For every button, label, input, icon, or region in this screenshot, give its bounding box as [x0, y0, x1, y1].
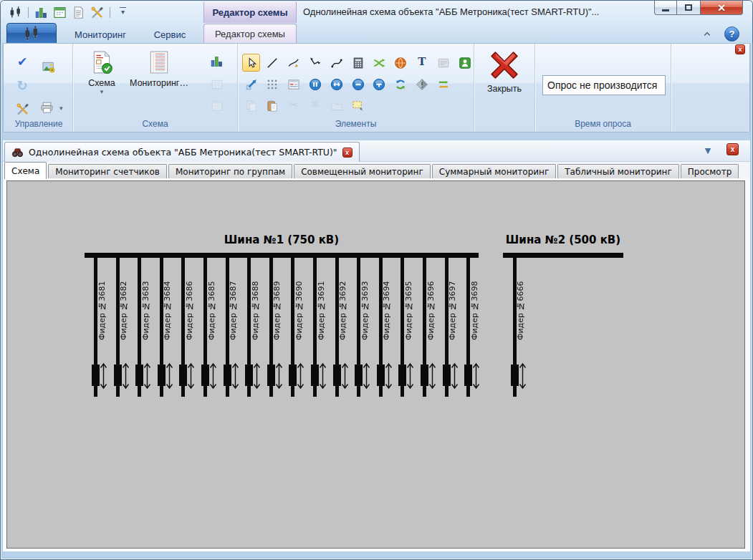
- ribbon: ✔ ↻ ▾ Управление Схема ▾ Мониторинг… Схе…: [3, 43, 750, 132]
- bus-line[interactable]: [503, 253, 623, 258]
- circle-pause-tool[interactable]: [306, 75, 324, 93]
- feeder-label: Фидер №3683: [142, 274, 151, 340]
- calendar-view-button[interactable]: [208, 97, 226, 115]
- refresh-button[interactable]: ↻: [14, 77, 31, 95]
- window-properties-tool[interactable]: [285, 75, 303, 93]
- chart-view-button[interactable]: [208, 52, 225, 69]
- user-search-tool[interactable]: [456, 54, 474, 72]
- copy-icon: [245, 100, 258, 112]
- ribbon-corner-close-button[interactable]: x: [735, 44, 745, 54]
- document-tab-close-button[interactable]: x: [342, 148, 352, 158]
- feeder-arrows-icon: [121, 362, 130, 390]
- text-tool-tool[interactable]: T: [413, 54, 431, 72]
- feeder-arrows-icon: [208, 362, 218, 390]
- print-dropdown-caret-icon[interactable]: ▾: [59, 105, 63, 112]
- select-region-tool[interactable]: [349, 97, 367, 115]
- toolbar-separator: [110, 7, 110, 18]
- feeder-arrows-icon: [406, 362, 415, 390]
- monitoring-big-button[interactable]: Мониторинг…: [126, 45, 192, 117]
- view-tab[interactable]: Схема: [4, 162, 47, 179]
- delete-icon: ✖: [309, 100, 322, 112]
- poll-status-field[interactable]: Опрос не производится: [542, 75, 666, 95]
- swap-loop-icon: [437, 78, 450, 91]
- web-sphere-tool[interactable]: [392, 54, 410, 72]
- view-tab[interactable]: Просмотр: [681, 164, 739, 179]
- bus-label: Шина №1 (750 кВ): [174, 233, 389, 246]
- feeder-arrows-icon: [362, 362, 371, 390]
- calendar-icon[interactable]: [52, 5, 67, 20]
- minimize-ribbon-button[interactable]: [700, 29, 714, 39]
- close-schema-button[interactable]: Закрыть: [479, 45, 529, 117]
- export-arrow-tool[interactable]: [242, 75, 260, 93]
- polyline-arrow-tool[interactable]: [306, 54, 324, 72]
- ribbon-tab-servis[interactable]: Сервис: [143, 25, 197, 44]
- report-icon[interactable]: [71, 5, 86, 20]
- view-tab[interactable]: Табличный мониторинг: [557, 164, 679, 179]
- app-launcher-icon[interactable]: [8, 5, 23, 20]
- ribbon-tab-redaktor-shemy[interactable]: Редактор схемы: [203, 24, 297, 44]
- curve-tool[interactable]: [327, 54, 345, 72]
- close-button-label: Закрыть: [487, 84, 522, 94]
- table-icon: [211, 78, 224, 91]
- view-tab[interactable]: Мониторинг по группам: [168, 164, 292, 179]
- print-button[interactable]: [38, 99, 55, 116]
- tools-icon[interactable]: [90, 5, 105, 20]
- cut-tool[interactable]: ✂: [285, 97, 303, 115]
- diamond-alert-tool[interactable]: [413, 75, 431, 93]
- shuffle-arrows-tool[interactable]: [370, 54, 388, 72]
- bar-chart-icon: [210, 54, 224, 68]
- folder-tool[interactable]: [327, 97, 345, 115]
- bus-line[interactable]: [85, 253, 479, 258]
- feeder-label: Фидер №3684: [163, 274, 173, 340]
- copy-tool[interactable]: [242, 97, 260, 115]
- toolbar-options-icon[interactable]: ▾: [115, 5, 130, 20]
- schema-canvas[interactable]: Шина №1 (750 кВ)Фидер №3681Фидер №3682Фи…: [6, 180, 745, 549]
- feeder-label: Фидер №3682: [120, 274, 129, 340]
- document-list-dropdown-button[interactable]: ▼: [701, 144, 715, 157]
- line-tool-icon: [266, 57, 279, 69]
- document-close-button[interactable]: x: [726, 143, 739, 155]
- document-tab[interactable]: Однолинейная схема объекта "АББ Метроник…: [4, 142, 360, 162]
- paste-tool[interactable]: [264, 97, 282, 115]
- view-tab[interactable]: Мониторинг счетчиков: [48, 164, 167, 179]
- feeder-arrows-icon: [186, 362, 196, 390]
- swap-loop-tool[interactable]: [434, 75, 452, 93]
- app-launcher-icon: [23, 25, 40, 42]
- select-cursor-tool[interactable]: [242, 54, 260, 72]
- delete-tool[interactable]: ✖: [306, 97, 324, 115]
- ribbon-tab-monitoring[interactable]: Мониторинг: [64, 25, 137, 44]
- note-tool[interactable]: [434, 54, 452, 72]
- apply-check-button[interactable]: ✔: [14, 54, 31, 71]
- help-button[interactable]: ?: [724, 26, 739, 42]
- pen-line-tool[interactable]: [285, 54, 303, 72]
- circle-resize-tool[interactable]: [327, 75, 345, 93]
- table-view-button[interactable]: [208, 75, 226, 93]
- sync-arrows-tool[interactable]: [392, 75, 410, 93]
- circle-stop-tool[interactable]: [370, 75, 388, 93]
- circle-resize-icon: [330, 78, 343, 91]
- note-icon: [437, 57, 450, 69]
- group-label-elementy: Элементы: [238, 119, 474, 129]
- tools-button[interactable]: [14, 100, 31, 117]
- bar-chart-icon[interactable]: [34, 5, 49, 20]
- view-tab[interactable]: Совмещенный мониторинг: [294, 164, 431, 179]
- paste-icon: [266, 100, 279, 112]
- maximize-button[interactable]: [677, 1, 700, 15]
- curve-icon: [330, 57, 343, 69]
- schema-big-button[interactable]: Схема ▾: [82, 45, 122, 117]
- view-tab[interactable]: Суммарный мониторинг: [432, 164, 556, 179]
- calculator-tool[interactable]: [349, 54, 367, 72]
- circle-minus-tool[interactable]: [349, 75, 367, 93]
- image-button[interactable]: [39, 58, 57, 75]
- shuffle-arrows-icon: [373, 57, 385, 69]
- application-menu-button[interactable]: [6, 23, 57, 44]
- close-window-button[interactable]: ✕: [700, 1, 743, 15]
- grid-dots-tool[interactable]: [264, 75, 282, 93]
- monitoring-document-icon: [147, 50, 171, 74]
- big-close-icon: [489, 50, 519, 80]
- diamond-alert-icon: [416, 78, 428, 91]
- monitoring-button-label: Мониторинг…: [130, 78, 188, 88]
- contextual-tab-group-header: Редактор схемы: [203, 1, 297, 23]
- minimize-button[interactable]: [654, 1, 677, 15]
- line-tool-tool[interactable]: [264, 54, 282, 72]
